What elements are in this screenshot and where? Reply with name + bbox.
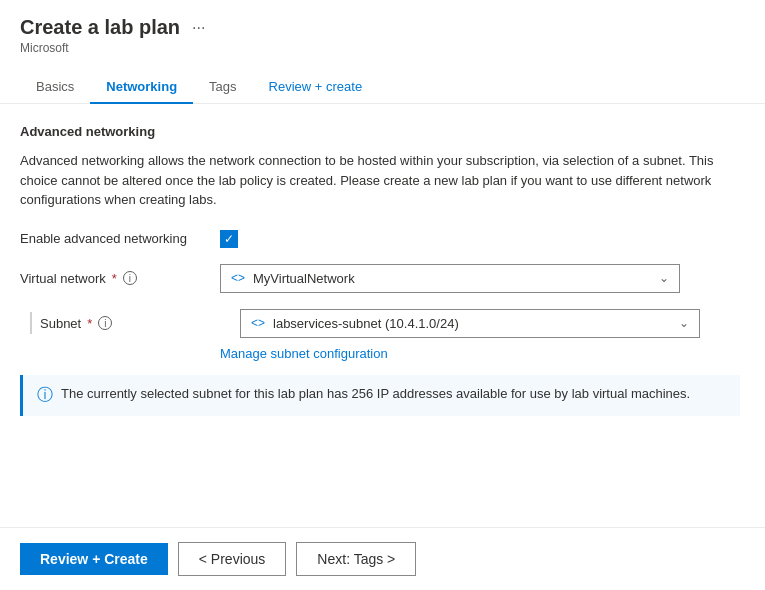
subnet-info-icon[interactable]: i [98,316,112,330]
enable-networking-row: Enable advanced networking ✓ [20,230,745,248]
info-banner-icon: ⓘ [37,385,53,406]
review-create-button[interactable]: Review + Create [20,543,168,575]
enable-networking-label: Enable advanced networking [20,231,220,246]
next-button[interactable]: Next: Tags > [296,542,416,576]
tab-tags[interactable]: Tags [193,71,252,104]
tab-bar: Basics Networking Tags Review + create [0,59,765,104]
info-banner-text: The currently selected subnet for this l… [61,385,690,403]
ellipsis-button[interactable]: ··· [188,17,209,39]
subnet-row: Subnet * i <> labservices-subnet (10.4.1… [20,309,745,338]
checkbox-checked-indicator[interactable]: ✓ [220,230,238,248]
vnet-chevron-icon: ⌄ [659,271,669,285]
footer: Review + Create < Previous Next: Tags > [0,527,765,590]
vnet-info-icon[interactable]: i [123,271,137,285]
enable-networking-checkbox[interactable]: ✓ [220,230,238,248]
subnet-indent: Subnet * i [20,312,240,334]
page-subtitle: Microsoft [20,41,745,55]
main-content: Advanced networking Advanced networking … [0,104,765,527]
subnet-icon: <> [251,316,265,330]
checkmark-icon: ✓ [224,233,234,245]
manage-subnet-link[interactable]: Manage subnet configuration [220,346,745,361]
vnet-value: MyVirtualNetwork [253,271,355,286]
subnet-indent-line [30,312,32,334]
section-description: Advanced networking allows the network c… [20,151,740,210]
virtual-network-dropdown[interactable]: <> MyVirtualNetwork ⌄ [220,264,680,293]
subnet-value: labservices-subnet (10.4.1.0/24) [273,316,459,331]
subnet-chevron-icon: ⌄ [679,316,689,330]
subnet-dropdown[interactable]: <> labservices-subnet (10.4.1.0/24) ⌄ [240,309,700,338]
vnet-icon: <> [231,271,245,285]
tab-networking[interactable]: Networking [90,71,193,104]
previous-button[interactable]: < Previous [178,542,287,576]
page-title: Create a lab plan [20,16,180,39]
virtual-network-row: Virtual network * i <> MyVirtualNetwork … [20,264,745,293]
tab-basics[interactable]: Basics [20,71,90,104]
subnet-label: Subnet * i [40,316,240,331]
section-title: Advanced networking [20,124,745,139]
tab-review-create[interactable]: Review + create [253,71,379,104]
info-banner: ⓘ The currently selected subnet for this… [20,375,740,416]
virtual-network-label: Virtual network * i [20,271,220,286]
